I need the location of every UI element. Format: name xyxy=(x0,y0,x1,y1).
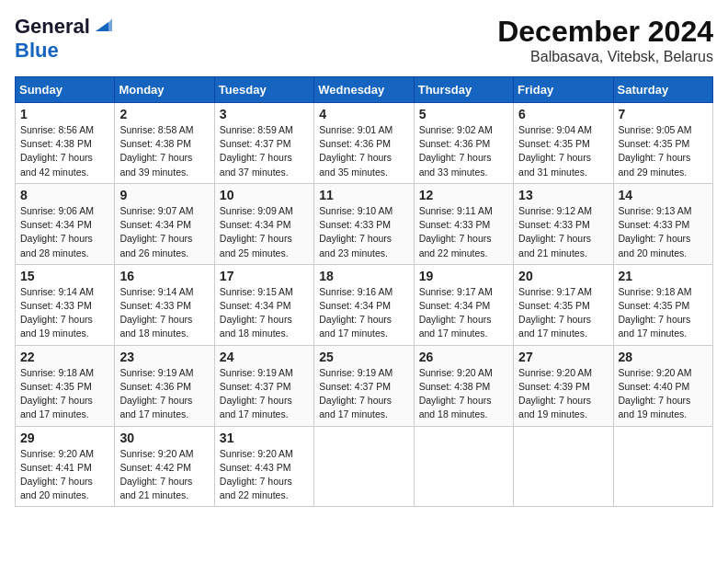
daylight-label: Daylight: 7 hours and 17 minutes. xyxy=(119,395,192,419)
daylight-label: Daylight: 7 hours and 28 minutes. xyxy=(20,233,93,258)
cell-info: Sunrise: 9:14 AMSunset: 4:33 PMDaylight:… xyxy=(119,285,209,341)
day-number: 2 xyxy=(119,107,209,121)
sunrise-label: Sunrise: 9:20 AM xyxy=(419,367,493,378)
day-number: 7 xyxy=(619,107,708,121)
daylight-label: Daylight: 7 hours and 18 minutes. xyxy=(119,314,192,339)
cell-info: Sunrise: 9:12 AMSunset: 4:33 PMDaylight:… xyxy=(518,204,608,260)
calendar-cell: 16Sunrise: 9:14 AMSunset: 4:33 PMDayligh… xyxy=(115,264,214,345)
calendar-cell: 6Sunrise: 9:04 AMSunset: 4:35 PMDaylight… xyxy=(514,103,613,184)
sunset-label: Sunset: 4:42 PM xyxy=(119,462,191,473)
sunset-label: Sunset: 4:37 PM xyxy=(220,138,291,149)
svg-marker-1 xyxy=(101,18,112,31)
calendar-week-row: 22Sunrise: 9:18 AMSunset: 4:35 PMDayligh… xyxy=(16,345,713,426)
sunset-label: Sunset: 4:36 PM xyxy=(419,138,491,149)
calendar-header-row: SundayMondayTuesdayWednesdayThursdayFrid… xyxy=(16,77,713,103)
cell-info: Sunrise: 9:15 AMSunset: 4:34 PMDaylight:… xyxy=(220,285,309,341)
calendar-table: SundayMondayTuesdayWednesdayThursdayFrid… xyxy=(15,76,713,507)
sunrise-label: Sunrise: 9:19 AM xyxy=(319,367,392,378)
calendar-cell xyxy=(514,426,613,507)
daylight-label: Daylight: 7 hours and 20 minutes. xyxy=(619,233,691,258)
daylight-label: Daylight: 7 hours and 22 minutes. xyxy=(220,476,292,500)
day-number: 10 xyxy=(220,188,309,202)
sunset-label: Sunset: 4:35 PM xyxy=(518,138,590,149)
cell-info: Sunrise: 9:05 AMSunset: 4:35 PMDaylight:… xyxy=(619,123,708,179)
cell-info: Sunrise: 9:20 AMSunset: 4:40 PMDaylight:… xyxy=(619,366,708,422)
calendar-week-row: 15Sunrise: 9:14 AMSunset: 4:33 PMDayligh… xyxy=(16,264,713,345)
daylight-label: Daylight: 7 hours and 17 minutes. xyxy=(20,395,93,419)
day-header-monday: Monday xyxy=(115,77,214,103)
calendar-week-row: 29Sunrise: 9:20 AMSunset: 4:41 PMDayligh… xyxy=(16,426,713,507)
daylight-label: Daylight: 7 hours and 18 minutes. xyxy=(220,314,292,339)
daylight-label: Daylight: 7 hours and 20 minutes. xyxy=(20,476,93,500)
cell-info: Sunrise: 9:06 AMSunset: 4:34 PMDaylight:… xyxy=(20,204,109,260)
day-number: 28 xyxy=(619,350,708,364)
calendar-cell: 29Sunrise: 9:20 AMSunset: 4:41 PMDayligh… xyxy=(16,426,115,507)
sunrise-label: Sunrise: 9:04 AM xyxy=(518,124,592,135)
daylight-label: Daylight: 7 hours and 17 minutes. xyxy=(220,395,292,419)
sunset-label: Sunset: 4:35 PM xyxy=(518,300,590,311)
title-block: December 2024 Balbasava, Vitebsk, Belaru… xyxy=(497,15,713,65)
sunset-label: Sunset: 4:35 PM xyxy=(619,138,690,149)
day-number: 9 xyxy=(119,188,209,202)
sunset-label: Sunset: 4:41 PM xyxy=(20,462,92,473)
calendar-cell: 11Sunrise: 9:10 AMSunset: 4:33 PMDayligh… xyxy=(314,183,414,264)
calendar-cell: 5Sunrise: 9:02 AMSunset: 4:36 PMDaylight… xyxy=(414,103,513,184)
sunrise-label: Sunrise: 8:58 AM xyxy=(119,124,193,135)
cell-info: Sunrise: 9:01 AMSunset: 4:36 PMDaylight:… xyxy=(319,123,408,179)
sunrise-label: Sunrise: 9:10 AM xyxy=(319,205,392,216)
day-number: 29 xyxy=(20,431,109,445)
sunrise-label: Sunrise: 9:17 AM xyxy=(518,286,592,297)
page-header: General Blue December 2024 Balbasava, Vi… xyxy=(15,15,713,65)
sunrise-label: Sunrise: 9:20 AM xyxy=(220,448,293,459)
calendar-cell: 21Sunrise: 9:18 AMSunset: 4:35 PMDayligh… xyxy=(613,264,712,345)
cell-info: Sunrise: 9:19 AMSunset: 4:37 PMDaylight:… xyxy=(220,366,309,422)
calendar-cell: 4Sunrise: 9:01 AMSunset: 4:36 PMDaylight… xyxy=(314,103,414,184)
calendar-cell xyxy=(613,426,712,507)
calendar-cell: 1Sunrise: 8:56 AMSunset: 4:38 PMDaylight… xyxy=(16,103,115,184)
daylight-label: Daylight: 7 hours and 17 minutes. xyxy=(319,395,392,419)
cell-info: Sunrise: 8:59 AMSunset: 4:37 PMDaylight:… xyxy=(220,123,309,179)
cell-info: Sunrise: 9:17 AMSunset: 4:35 PMDaylight:… xyxy=(518,285,608,341)
sunrise-label: Sunrise: 8:59 AM xyxy=(220,124,293,135)
day-number: 31 xyxy=(220,431,309,445)
calendar-cell: 2Sunrise: 8:58 AMSunset: 4:38 PMDaylight… xyxy=(115,103,214,184)
calendar-cell: 13Sunrise: 9:12 AMSunset: 4:33 PMDayligh… xyxy=(514,183,613,264)
day-header-wednesday: Wednesday xyxy=(314,77,414,103)
calendar-cell xyxy=(414,426,513,507)
daylight-label: Daylight: 7 hours and 23 minutes. xyxy=(319,233,392,258)
calendar-cell: 23Sunrise: 9:19 AMSunset: 4:36 PMDayligh… xyxy=(115,345,214,426)
calendar-cell: 31Sunrise: 9:20 AMSunset: 4:43 PMDayligh… xyxy=(214,426,313,507)
sunrise-label: Sunrise: 9:14 AM xyxy=(20,286,94,297)
day-number: 17 xyxy=(220,269,309,283)
calendar-cell: 26Sunrise: 9:20 AMSunset: 4:38 PMDayligh… xyxy=(414,345,513,426)
day-number: 24 xyxy=(220,350,309,364)
sunset-label: Sunset: 4:33 PM xyxy=(419,219,491,230)
day-number: 21 xyxy=(619,269,708,283)
sunset-label: Sunset: 4:38 PM xyxy=(119,138,191,149)
daylight-label: Daylight: 7 hours and 31 minutes. xyxy=(518,152,591,177)
day-number: 13 xyxy=(518,188,608,202)
cell-info: Sunrise: 9:17 AMSunset: 4:34 PMDaylight:… xyxy=(419,285,508,341)
cell-info: Sunrise: 9:14 AMSunset: 4:33 PMDaylight:… xyxy=(20,285,109,341)
cell-info: Sunrise: 9:04 AMSunset: 4:35 PMDaylight:… xyxy=(518,123,608,179)
sunrise-label: Sunrise: 9:20 AM xyxy=(20,448,94,459)
sunset-label: Sunset: 4:34 PM xyxy=(20,219,92,230)
calendar-cell: 22Sunrise: 9:18 AMSunset: 4:35 PMDayligh… xyxy=(16,345,115,426)
cell-info: Sunrise: 9:10 AMSunset: 4:33 PMDaylight:… xyxy=(319,204,408,260)
sunrise-label: Sunrise: 9:02 AM xyxy=(419,124,493,135)
daylight-label: Daylight: 7 hours and 26 minutes. xyxy=(119,233,192,258)
cell-info: Sunrise: 9:19 AMSunset: 4:36 PMDaylight:… xyxy=(119,366,209,422)
day-header-saturday: Saturday xyxy=(613,77,712,103)
sunrise-label: Sunrise: 9:20 AM xyxy=(619,367,692,378)
day-number: 19 xyxy=(419,269,508,283)
day-number: 11 xyxy=(319,188,408,202)
calendar-cell: 12Sunrise: 9:11 AMSunset: 4:33 PMDayligh… xyxy=(414,183,513,264)
sunrise-label: Sunrise: 9:09 AM xyxy=(220,205,293,216)
calendar-cell: 27Sunrise: 9:20 AMSunset: 4:39 PMDayligh… xyxy=(514,345,613,426)
sunset-label: Sunset: 4:37 PM xyxy=(220,381,291,392)
sunset-label: Sunset: 4:35 PM xyxy=(20,381,92,392)
calendar-week-row: 8Sunrise: 9:06 AMSunset: 4:34 PMDaylight… xyxy=(16,183,713,264)
sunrise-label: Sunrise: 9:18 AM xyxy=(619,286,692,297)
sunrise-label: Sunrise: 9:05 AM xyxy=(619,124,692,135)
calendar-cell: 7Sunrise: 9:05 AMSunset: 4:35 PMDaylight… xyxy=(613,103,712,184)
